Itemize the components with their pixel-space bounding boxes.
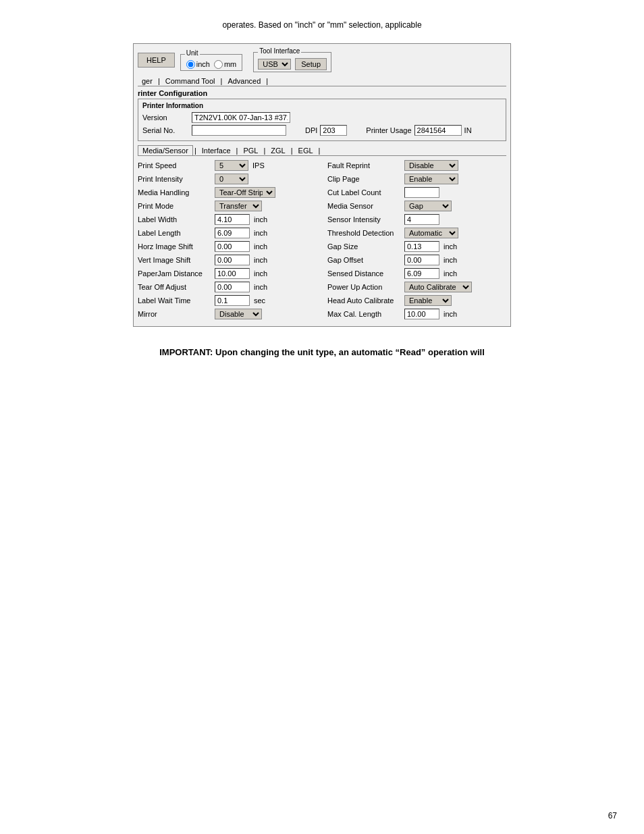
printer-info-legend: Printer Information [142, 102, 502, 109]
tool-interface-select[interactable]: USB [258, 59, 291, 70]
unit-vert-shift: inch [254, 256, 274, 264]
select-media-sensor[interactable]: Gap [404, 201, 452, 211]
select-media-handling[interactable]: Tear-Off Strip [215, 187, 275, 198]
tab-command-tool[interactable]: Command Tool [161, 76, 219, 86]
dpi-value[interactable] [320, 125, 347, 136]
row-max-cal: Max Cal. Length inch [327, 309, 506, 319]
unit-mm-label[interactable]: mm [214, 60, 236, 69]
tab-ger[interactable]: ger [138, 76, 157, 86]
unit-label-length: inch [254, 229, 274, 237]
page-number: 67 [608, 811, 617, 820]
printer-info-group: Printer Information Version Serial No. D… [138, 99, 506, 141]
unit-label-wait: sec [254, 296, 274, 305]
unit-horz-shift: inch [254, 242, 274, 251]
serial-value[interactable] [192, 125, 286, 136]
select-head-calibrate[interactable]: Enable [404, 295, 452, 306]
version-row: Version [142, 112, 502, 123]
usage-value[interactable] [414, 125, 462, 136]
row-sensor-intensity: Sensor Intensity [327, 214, 506, 225]
unit-mm-radio[interactable] [214, 60, 223, 69]
version-value[interactable] [192, 112, 290, 123]
label-cut-label: Cut Label Count [327, 188, 402, 197]
select-mirror[interactable]: Disable [215, 309, 262, 319]
row-media-sensor: Media Sensor Gap [327, 201, 506, 211]
tabs-row: ger | Command Tool | Advanced | [138, 76, 506, 86]
row-tear-off: Tear Off Adjust inch [138, 282, 317, 292]
input-sensed-distance[interactable] [404, 268, 439, 279]
serial-row: Serial No. DPI Printer Usage IN [142, 125, 502, 136]
row-paperjam: PaperJam Distance inch [138, 268, 317, 279]
usage-label: Printer Usage [366, 126, 411, 134]
help-button[interactable]: HELP [138, 53, 175, 68]
select-fault-reprint[interactable]: Disable [404, 160, 458, 171]
unit-inch-radio[interactable] [186, 60, 195, 69]
select-clip-page[interactable]: Enable [404, 174, 458, 184]
label-paperjam: PaperJam Distance [138, 269, 212, 278]
row-label-length: Label Length inch [138, 228, 317, 238]
label-print-speed: Print Speed [138, 161, 212, 170]
row-gap-offset: Gap Offset inch [327, 255, 506, 265]
tab-zgl[interactable]: ZGL [267, 146, 289, 155]
label-mirror: Mirror [138, 310, 212, 318]
label-media-handling: Media Handling [138, 188, 212, 197]
row-vert-shift: Vert Image Shift inch [138, 255, 317, 265]
label-print-intensity: Print Intensity [138, 175, 212, 183]
config-content: Print Speed 5 IPS Print Intensity 0 Medi… [138, 160, 506, 322]
input-gap-offset[interactable] [404, 255, 439, 265]
tab-media-sensor[interactable]: Media/Sensor [138, 145, 193, 155]
row-media-handling: Media Handling Tear-Off Strip [138, 187, 317, 198]
intro-text: operates. Based on "inch" or "mm" select… [27, 20, 617, 30]
label-max-cal: Max Cal. Length [327, 310, 402, 318]
select-print-mode[interactable]: Transfer [215, 201, 262, 211]
label-gap-offset: Gap Offset [327, 256, 402, 264]
select-print-intensity[interactable]: 0 [215, 174, 248, 184]
label-threshold: Threshold Detection [327, 229, 402, 237]
input-horz-shift[interactable] [215, 241, 250, 252]
label-print-mode: Print Mode [138, 202, 212, 210]
select-threshold[interactable]: Automatic [404, 228, 458, 238]
setup-button[interactable]: Setup [295, 58, 327, 70]
row-cut-label: Cut Label Count [327, 187, 506, 198]
label-label-width: Label Width [138, 215, 212, 224]
input-label-width[interactable] [215, 214, 250, 225]
row-print-mode: Print Mode Transfer [138, 201, 317, 211]
unit-max-cal: inch [444, 310, 464, 318]
input-label-length[interactable] [215, 228, 250, 238]
unit-mm-text: mm [224, 60, 236, 68]
printer-config-title: rinter Configuration [138, 89, 506, 97]
label-media-sensor: Media Sensor [327, 202, 402, 210]
input-gap-size[interactable] [404, 241, 439, 252]
select-print-speed[interactable]: 5 [215, 160, 248, 171]
input-paperjam[interactable] [215, 268, 250, 279]
input-vert-shift[interactable] [215, 255, 250, 265]
row-gap-size: Gap Size inch [327, 241, 506, 252]
unit-inch-label[interactable]: inch [186, 60, 210, 69]
unit-gap-offset: inch [444, 256, 464, 264]
input-sensor-intensity[interactable] [404, 214, 439, 225]
dialog-top-row: HELP Unit inch mm Tool Interface USB Set… [138, 48, 506, 72]
bottom-important-text: IMPORTANT: Upon changing the unit type, … [27, 347, 617, 357]
row-threshold: Threshold Detection Automatic [327, 228, 506, 238]
row-sensed-distance: Sensed Distance inch [327, 268, 506, 279]
row-mirror: Mirror Disable [138, 309, 317, 319]
tab-interface[interactable]: Interface [198, 146, 235, 155]
row-label-wait: Label Wait Time sec [138, 295, 317, 306]
label-clip-page: Clip Page [327, 175, 402, 183]
tab-egl[interactable]: EGL [294, 146, 317, 155]
unit-legend: Unit [185, 49, 200, 57]
input-tear-off[interactable] [215, 282, 250, 292]
tab-advanced[interactable]: Advanced [223, 76, 265, 86]
tool-interface-group: Tool Interface USB Setup [253, 52, 331, 72]
row-print-speed: Print Speed 5 IPS [138, 160, 317, 171]
row-power-up: Power Up Action Auto Calibrate [327, 282, 506, 292]
select-power-up[interactable]: Auto Calibrate [404, 282, 472, 292]
version-label: Version [142, 113, 186, 122]
config-right: Fault Reprint Disable Clip Page Enable C… [327, 160, 506, 322]
unit-ips: IPS [252, 161, 265, 170]
input-cut-label[interactable] [404, 187, 439, 198]
label-label-length: Label Length [138, 229, 212, 237]
input-label-wait[interactable] [215, 295, 250, 306]
tab-pgl[interactable]: PGL [239, 146, 262, 155]
usage-group: Printer Usage IN [366, 125, 471, 136]
input-max-cal[interactable] [404, 309, 439, 319]
